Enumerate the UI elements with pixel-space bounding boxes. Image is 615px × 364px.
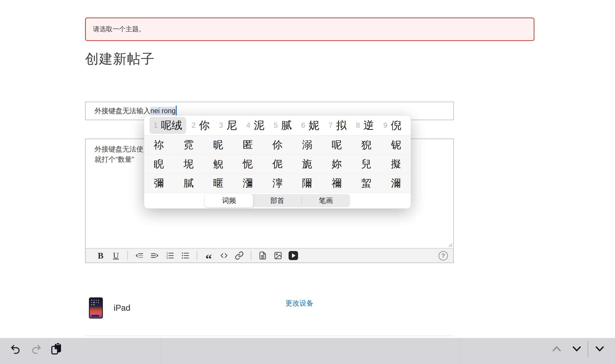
unordered-list-button[interactable] <box>181 251 190 260</box>
ordered-list-icon: 1 2 3 <box>165 251 174 260</box>
code-button[interactable] <box>219 251 229 260</box>
underline-icon: U <box>113 251 119 260</box>
ime-grid-candidate[interactable]: 伲 <box>272 157 282 171</box>
ime-grid-candidate[interactable]: 兒 <box>361 157 372 171</box>
bar-divider <box>588 341 588 357</box>
ime-grid-candidate[interactable]: 濘 <box>272 176 282 190</box>
toolbar-divider <box>251 251 251 260</box>
insert-template-button[interactable] <box>258 251 267 260</box>
ime-grid-candidate[interactable]: 坭 <box>184 157 194 171</box>
ime-grid-candidate[interactable]: 溺 <box>302 138 312 152</box>
play-icon <box>292 253 295 258</box>
tab-radical[interactable]: 部首 <box>253 194 301 207</box>
outdent-button[interactable] <box>135 251 144 260</box>
ime-grid-candidate[interactable]: 呢 <box>332 138 342 152</box>
ime-candidate-3[interactable]: 3尼 <box>215 117 241 134</box>
candidate-number: 6 <box>301 121 305 130</box>
ime-grid-candidate[interactable]: 睨 <box>154 157 164 171</box>
ime-mode-footer: 词频 部首 笔画 <box>144 193 411 208</box>
ime-grid-candidate[interactable]: 霓 <box>184 138 194 152</box>
ime-grid-candidate[interactable]: 怩 <box>243 157 253 171</box>
ime-grid-candidate[interactable]: 昵 <box>213 138 223 152</box>
ime-candidate-6[interactable]: 6妮 <box>297 117 323 134</box>
blockquote-button[interactable]: “ <box>204 251 214 260</box>
indent-button[interactable] <box>150 251 159 260</box>
ime-grid-candidate[interactable]: 彌 <box>154 176 164 190</box>
toolbar-divider <box>197 251 197 260</box>
ime-candidate-5[interactable]: 5腻 <box>270 117 296 134</box>
ime-candidate-4[interactable]: 4泥 <box>242 117 268 134</box>
ime-grid-candidate[interactable]: 暱 <box>213 176 223 190</box>
candidate-text: 腻 <box>281 118 292 132</box>
section-divider <box>85 336 454 336</box>
ime-grid-candidate[interactable]: 膩 <box>184 176 194 190</box>
tab-stroke[interactable]: 笔画 <box>302 194 350 207</box>
ime-grid-candidate[interactable]: 瀰 <box>243 176 253 190</box>
next-field-button[interactable] <box>570 342 583 355</box>
document-icon <box>258 251 267 260</box>
candidate-text: 逆 <box>363 118 374 132</box>
page-title: 创建新帖子 <box>85 50 155 68</box>
ime-grid-candidate[interactable]: 擬 <box>391 157 401 171</box>
ime-grid-candidate[interactable]: 旎 <box>302 157 312 171</box>
link-icon <box>235 251 244 260</box>
ime-candidate-9[interactable]: 9倪 <box>379 117 405 134</box>
chevron-down-icon <box>571 343 583 354</box>
candidate-number: 5 <box>274 121 278 130</box>
candidate-text: 呢绒 <box>161 118 182 132</box>
device-row: iPad 更改设备 <box>89 298 130 319</box>
ime-grid-candidate[interactable]: 妳 <box>332 157 342 171</box>
ime-grid-candidate[interactable]: 鲵 <box>213 157 223 171</box>
ime-candidate-1[interactable]: 1呢绒 <box>149 117 186 134</box>
error-message: 请选取一个主题。 <box>93 25 145 34</box>
question-mark-icon: ? <box>441 252 445 260</box>
undo-button[interactable] <box>10 343 22 355</box>
insert-image-button[interactable] <box>273 251 283 260</box>
bar-divider <box>161 338 161 364</box>
ime-candidate-7[interactable]: 7拟 <box>324 117 350 134</box>
keyboard-accessory-bar <box>0 338 615 364</box>
bar-divider <box>460 338 460 364</box>
ime-grid-candidate[interactable]: 濔 <box>391 176 401 190</box>
bold-button[interactable]: B <box>96 251 105 260</box>
ime-grid-candidate[interactable]: 匿 <box>243 138 253 152</box>
candidate-number: 4 <box>246 121 250 130</box>
redo-icon <box>30 343 42 355</box>
ime-grid-candidate[interactable]: 猊 <box>361 138 372 152</box>
redo-button[interactable] <box>30 343 42 355</box>
paste-button[interactable] <box>50 342 63 355</box>
ime-grid-row: 祢 霓 昵 匿 伱 溺 呢 猊 铌 <box>144 135 411 155</box>
ime-grid-candidate[interactable]: 铌 <box>391 138 401 152</box>
candidate-number: 1 <box>154 121 158 130</box>
ime-extra-candidates: 祢 霓 昵 匿 伱 溺 呢 猊 铌 睨 坭 鲵 怩 伲 旎 妳 兒 擬 彌 膩 … <box>144 135 411 193</box>
ime-grid-candidate[interactable]: 蛪 <box>361 176 372 190</box>
previous-field-button[interactable] <box>550 342 563 355</box>
dismiss-keyboard-button[interactable] <box>593 342 606 355</box>
link-button[interactable] <box>235 251 244 260</box>
ime-grid-candidate[interactable]: 伱 <box>272 138 282 152</box>
title-text: 外接键盘无法输入 <box>94 106 150 116</box>
ipad-device-icon <box>89 298 103 319</box>
candidate-text: 拟 <box>336 118 347 132</box>
candidate-number: 2 <box>192 121 196 130</box>
text-caret <box>176 106 177 116</box>
tab-word-frequency[interactable]: 词频 <box>205 194 253 207</box>
tab-label: 部首 <box>270 196 284 205</box>
resize-grip[interactable] <box>447 241 453 247</box>
candidate-text: 你 <box>199 118 210 132</box>
youtube-icon <box>289 251 298 260</box>
ime-candidate-2[interactable]: 2你 <box>187 117 214 134</box>
help-button[interactable]: ? <box>439 251 448 260</box>
ime-grid-candidate[interactable]: 隬 <box>302 176 312 190</box>
insert-video-button[interactable] <box>289 251 298 260</box>
ime-grid-candidate[interactable]: 祢 <box>154 138 164 152</box>
ordered-list-button[interactable]: 1 2 3 <box>165 251 175 260</box>
blockquote-icon: “ <box>205 251 212 260</box>
ime-candidate-8[interactable]: 8逆 <box>352 117 378 134</box>
change-device-link[interactable]: 更改设备 <box>285 299 313 308</box>
underline-button[interactable]: U <box>111 251 121 260</box>
ime-grid-candidate[interactable]: 禰 <box>332 176 342 190</box>
ipad-dock-thumbnail <box>91 315 99 317</box>
ime-mode-segmented-control: 词频 部首 笔画 <box>205 194 350 207</box>
error-banner: 请选取一个主题。 <box>85 18 535 41</box>
